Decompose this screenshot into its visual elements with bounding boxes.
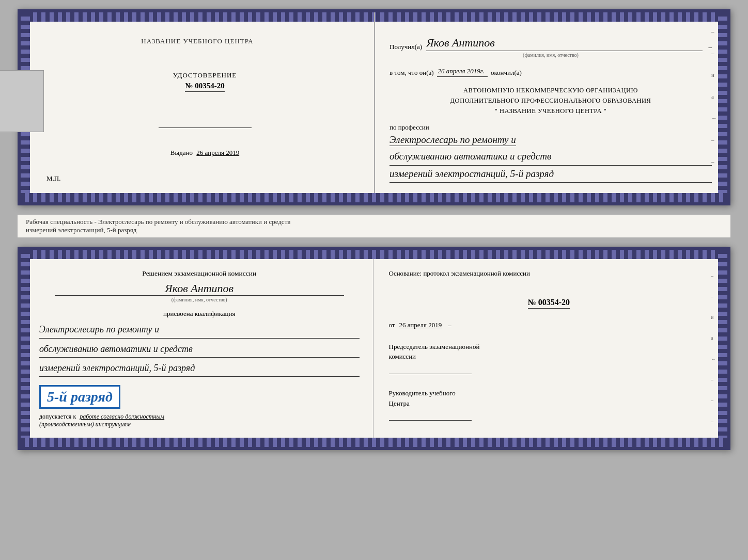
issued-date: 26 апреля 2019 xyxy=(196,149,239,156)
recipient-name: Яков Антипов xyxy=(426,36,702,51)
profession-line2: обслуживанию автоматики и средств xyxy=(389,148,712,165)
fio-hint: (фамилия, имя, отчество) xyxy=(389,52,712,58)
info-text-line2: измерений электростанций, 5-й разряд xyxy=(26,226,722,234)
cert-label: УДОСТОВЕРЕНИЕ xyxy=(173,71,237,79)
photo-cert-row: УДОСТОВЕРЕНИЕ № 00354-20 Выдано 26 апрел… xyxy=(36,56,359,157)
top-doc-right: Получил(а) Яков Антипов – (фамилия, имя,… xyxy=(375,12,727,202)
руководитель-block: Руководитель учебного Центра xyxy=(389,388,709,424)
from-label: от xyxy=(389,321,395,329)
chairman-label: комиссии xyxy=(389,351,709,362)
profession-line3: измерений электростанций, 5-й разряд xyxy=(389,166,712,183)
инструкции-text: (производственным) инструкциям xyxy=(39,421,360,428)
date-label: в том, что он(а) xyxy=(389,69,434,77)
chairman-title: Председатель экзаменационной xyxy=(389,342,709,352)
decision-title: Решением экзаменационной комиссии xyxy=(39,268,360,279)
org-line2: ДОПОЛНИТЕЛЬНОГО ПРОФЕССИОНАЛЬНОГО ОБРАЗО… xyxy=(389,95,712,106)
chairman-signature-line xyxy=(389,366,472,374)
date-line: в том, что он(а) 26 апреля 2019г. окончи… xyxy=(389,67,712,77)
issued-block: Выдано 26 апреля 2019 xyxy=(170,149,239,157)
bottom-doc-right: Основание: протокол экзаменационной коми… xyxy=(373,250,728,447)
info-text-block: Рабочая специальность - Электрослесарь п… xyxy=(18,215,730,237)
допускается-label: допускается к xyxy=(39,413,76,420)
profession-label: по профессии xyxy=(389,123,712,132)
osnov-title: Основание: протокол экзаменационной коми… xyxy=(389,268,709,279)
bottom-fio-hint: (фамилия, имя, отчество) xyxy=(55,295,344,302)
rank-badge: 5-й разряд xyxy=(39,385,120,409)
cert-number: № 00354-20 xyxy=(185,82,224,92)
руководитель-label: Центра xyxy=(389,398,709,409)
bottom-left-border xyxy=(21,250,30,447)
photo-placeholder xyxy=(0,70,44,132)
org-line1: АВТОНОМНУЮ НЕКОММЕРЧЕСКУЮ ОРГАНИЗАЦИЮ xyxy=(389,85,712,95)
issued-label: Выдано xyxy=(170,149,193,156)
completed-label: окончил(а) xyxy=(491,69,522,77)
person-name: Яков Антипов xyxy=(39,282,360,295)
recipient-line: Получил(а) Яков Антипов – xyxy=(389,36,712,51)
info-text-line1: Рабочая специальность - Электрослесарь п… xyxy=(26,218,722,226)
org-block: АВТОНОМНУЮ НЕКОММЕРЧЕСКУЮ ОРГАНИЗАЦИЮ ДО… xyxy=(389,85,712,116)
right-margin-indicators: – – и а ← – – – xyxy=(711,28,717,187)
bottom-right-border xyxy=(718,250,727,447)
bottom-doc-left: Решением экзаменационной комиссии Яков А… xyxy=(21,250,373,447)
bottom-document: Решением экзаменационной комиссии Яков А… xyxy=(18,247,730,450)
bottom-right-margin: – – и а ← – – – xyxy=(711,265,716,431)
top-document: НАЗВАНИЕ УЧЕБНОГО ЦЕНТРА УДОСТОВЕРЕНИЕ №… xyxy=(18,9,730,205)
chairman-block: Председатель экзаменационной комиссии xyxy=(389,342,709,377)
training-center-title: НАЗВАНИЕ УЧЕБНОГО ЦЕНТРА xyxy=(141,37,253,45)
rank-badge-text: 5-й разряд xyxy=(47,389,113,405)
from-date: 26 апреля 2019 xyxy=(399,321,442,330)
qual-line3: измерений электростанций, 5-й разряд xyxy=(39,360,360,377)
qual-line2: обслуживанию автоматики и средств xyxy=(39,341,360,358)
руководитель-title: Руководитель учебного xyxy=(389,388,709,398)
profession-line1: Электрослесарь по ремонту и xyxy=(389,134,516,146)
org-name: " НАЗВАНИЕ УЧЕБНОГО ЦЕНТРА " xyxy=(389,106,712,116)
qual-line1: Электрослесарь по ремонту и xyxy=(39,321,360,338)
mp-label: М.П. xyxy=(46,174,60,182)
qual-label: присвоена квалификация xyxy=(39,310,360,318)
protocol-number: № 00354-20 xyxy=(528,298,570,309)
top-doc-left: НАЗВАНИЕ УЧЕБНОГО ЦЕНТРА УДОСТОВЕРЕНИЕ №… xyxy=(21,12,375,202)
date-value: 26 апреля 2019г. xyxy=(437,67,488,77)
recipient-label: Получил(а) xyxy=(389,43,422,51)
допускается-block: допускается к работе согласно должностны… xyxy=(39,413,360,421)
допускается-text-value: работе согласно должностным xyxy=(80,413,164,420)
руководитель-signature-line xyxy=(389,412,472,421)
